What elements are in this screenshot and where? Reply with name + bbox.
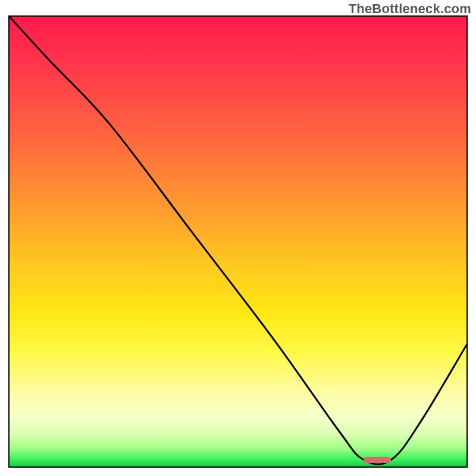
chart-stage: TheBottleneck.com — [0, 0, 476, 476]
optimal-range-marker — [364, 457, 391, 463]
watermark-text: TheBottleneck.com — [349, 1, 471, 17]
bottleneck-curve — [10, 17, 466, 466]
curve-path — [10, 17, 466, 464]
plot-frame — [8, 15, 468, 468]
